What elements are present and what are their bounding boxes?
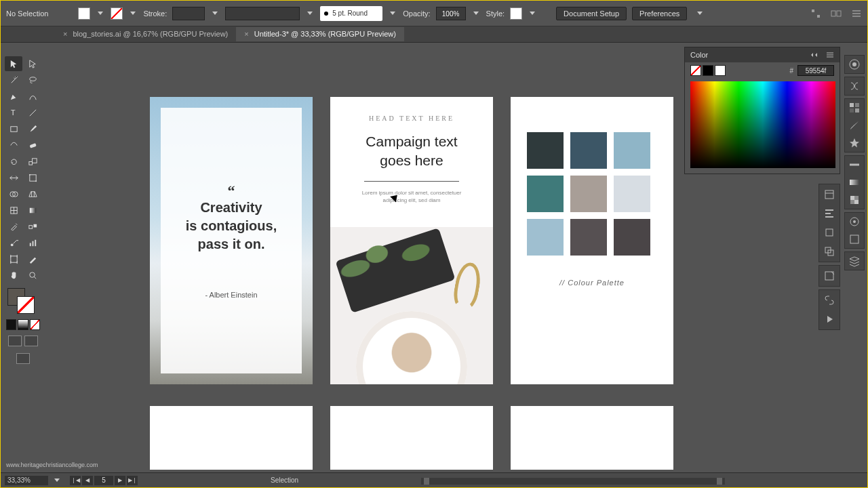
eraser-tool[interactable]: [24, 138, 41, 152]
actions-icon[interactable]: [823, 313, 835, 325]
artboard-4[interactable]: [150, 406, 313, 470]
nav-first[interactable]: ❘◀: [70, 476, 81, 485]
gradient-panel-icon[interactable]: [848, 176, 861, 188]
opacity-dd[interactable]: [471, 9, 481, 18]
transform-icon[interactable]: [823, 226, 835, 239]
lasso-tool[interactable]: [24, 73, 41, 87]
nav-next[interactable]: ▶: [115, 476, 125, 485]
fill-dropdown[interactable]: [96, 9, 105, 18]
symbol-sprayer-tool[interactable]: [5, 235, 22, 250]
menu-icon[interactable]: [851, 8, 862, 19]
nav-last[interactable]: ▶❘: [127, 476, 138, 485]
blend-tool[interactable]: [24, 219, 41, 234]
magic-wand-tool[interactable]: [5, 73, 22, 87]
stroke-panel-icon[interactable]: [848, 159, 861, 171]
shaper-tool[interactable]: [5, 138, 22, 152]
shape-builder-tool[interactable]: [5, 186, 22, 201]
links-icon[interactable]: [823, 294, 835, 306]
graphics-style-swatch[interactable]: [510, 7, 522, 20]
artboard-3[interactable]: // Colour Palette: [511, 97, 673, 384]
artboards-panel-icon[interactable]: [823, 270, 835, 282]
vwp-dd[interactable]: [305, 9, 315, 18]
color-mode-none[interactable]: [30, 319, 40, 330]
appearance-icon[interactable]: [848, 216, 861, 228]
artboard-tool[interactable]: [5, 251, 22, 266]
properties-icon[interactable]: [848, 58, 861, 70]
panel-fill-swatch[interactable]: [690, 65, 701, 76]
align-menu-icon[interactable]: [695, 9, 705, 18]
brushes-icon[interactable]: [848, 119, 861, 131]
zoom-tool[interactable]: [24, 268, 41, 283]
mesh-tool[interactable]: [5, 203, 22, 218]
color-mode-solid[interactable]: [6, 319, 16, 330]
scroll-right-btn[interactable]: [717, 478, 722, 485]
slice-tool[interactable]: [24, 251, 41, 266]
perspective-grid-tool[interactable]: [24, 186, 41, 201]
panel-stroke-swatch-white[interactable]: [715, 65, 726, 76]
artboard-1[interactable]: “ Creativity is contagious, pass it on. …: [150, 97, 313, 384]
transparency-panel-icon[interactable]: [848, 194, 861, 206]
asset-export-icon[interactable]: [823, 188, 835, 201]
draw-behind[interactable]: [24, 336, 38, 346]
screen-mode-button[interactable]: [16, 353, 30, 364]
free-transform-tool[interactable]: [24, 170, 41, 185]
brush-definition[interactable]: 5 pt. Round: [320, 6, 382, 21]
swatches-icon[interactable]: [848, 102, 861, 114]
stroke-weight-input[interactable]: [172, 7, 205, 20]
fill-swatch[interactable]: [78, 7, 90, 20]
nav-prev[interactable]: ◀: [82, 476, 93, 485]
eyedropper-tool[interactable]: [5, 219, 22, 234]
variable-width-profile[interactable]: [225, 7, 300, 20]
pathfinder-icon[interactable]: [823, 245, 835, 258]
stroke-color[interactable]: [17, 296, 35, 314]
paintbrush-tool[interactable]: [24, 121, 41, 136]
rectangle-tool[interactable]: [5, 121, 22, 136]
transform-panel-icon[interactable]: [810, 8, 821, 19]
color-mode-gradient[interactable]: [18, 319, 28, 330]
hex-input[interactable]: 59554f: [797, 65, 834, 76]
gradient-tool[interactable]: [24, 203, 41, 218]
width-tool[interactable]: [5, 170, 22, 185]
scale-tool[interactable]: [24, 154, 41, 169]
stroke-dropdown[interactable]: [128, 9, 138, 18]
scroll-left-btn[interactable]: [424, 478, 429, 485]
layers-icon[interactable]: [848, 255, 861, 267]
artboard-5[interactable]: [330, 406, 493, 470]
tab-close-icon[interactable]: ×: [244, 30, 248, 38]
color-spectrum[interactable]: [690, 81, 835, 168]
cc-libraries-icon[interactable]: [848, 80, 861, 92]
fill-stroke-indicator[interactable]: [5, 287, 41, 317]
curvature-tool[interactable]: [24, 89, 41, 104]
collapse-icon[interactable]: [810, 52, 819, 58]
artboard-6[interactable]: [511, 406, 673, 470]
align-panel-icon[interactable]: [823, 207, 835, 220]
column-graph-tool[interactable]: [24, 235, 41, 250]
arrange-icon[interactable]: [831, 8, 842, 19]
draw-normal[interactable]: [8, 336, 22, 346]
direct-selection-tool[interactable]: [24, 56, 41, 71]
symbols-icon[interactable]: [848, 137, 861, 149]
graphic-styles-icon[interactable]: [848, 233, 861, 245]
zoom-dd[interactable]: [52, 476, 62, 485]
type-tool[interactable]: T: [5, 105, 22, 120]
tab-blog-stories[interactable]: × blog_stories.ai @ 16,67% (RGB/GPU Prev…: [55, 27, 236, 41]
panel-menu-icon[interactable]: [826, 52, 834, 58]
tab-untitled-3[interactable]: × Untitled-3* @ 33,33% (RGB/GPU Preview): [236, 27, 404, 41]
preferences-button[interactable]: Preferences: [632, 7, 687, 20]
horizontal-scrollbar[interactable]: [421, 478, 725, 485]
pen-tool[interactable]: [5, 89, 22, 104]
brush-dd[interactable]: [388, 9, 397, 18]
panel-stroke-swatch-black[interactable]: [703, 65, 713, 76]
screen-mode[interactable]: [5, 350, 41, 367]
opacity-input[interactable]: 100%: [436, 7, 466, 20]
zoom-level[interactable]: 33,33%: [5, 476, 48, 485]
selection-tool[interactable]: [5, 56, 22, 71]
artboard-number[interactable]: 5: [94, 476, 113, 485]
hand-tool[interactable]: [5, 268, 22, 283]
tab-close-icon[interactable]: ×: [63, 30, 67, 38]
line-segment-tool[interactable]: [24, 105, 41, 120]
stroke-weight-dd[interactable]: [210, 9, 220, 18]
style-dd[interactable]: [528, 9, 537, 18]
document-setup-button[interactable]: Document Setup: [556, 7, 627, 20]
stroke-swatch[interactable]: [111, 7, 123, 20]
